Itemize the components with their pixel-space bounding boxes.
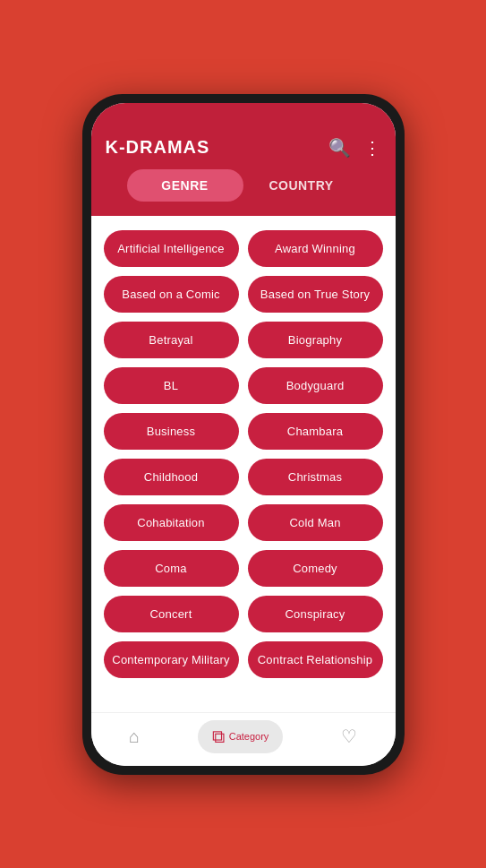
search-icon[interactable]: 🔍 (328, 137, 351, 159)
heart-icon: ♡ (341, 726, 357, 747)
genre-button[interactable]: Based on a Comic (104, 276, 239, 313)
tabs-container: GENRE COUNTRY (91, 169, 396, 216)
genre-button[interactable]: Bodyguard (248, 367, 383, 404)
genre-row: Contemporary MilitaryContract Relationsh… (104, 641, 383, 678)
genre-button[interactable]: Childhood (104, 459, 239, 495)
genre-row: CohabitationCold Man (104, 504, 383, 541)
genre-button[interactable]: Christmas (248, 459, 383, 495)
genre-row: BusinessChambara (104, 413, 383, 450)
genre-button[interactable]: BL (104, 367, 239, 404)
genre-button[interactable]: Biography (248, 322, 383, 358)
genre-row: Based on a ComicBased on True Story (104, 276, 383, 313)
genre-list: Artificial IntelligenceAward WinningBase… (91, 216, 396, 712)
tab-genre[interactable]: GENRE (127, 169, 243, 202)
nav-favorites[interactable]: ♡ (323, 720, 375, 752)
genre-button[interactable]: Cohabitation (104, 504, 239, 541)
genre-button[interactable]: Award Winning (248, 230, 383, 267)
genre-row: BLBodyguard (104, 367, 383, 404)
category-label: Category (229, 731, 269, 742)
status-bar (91, 103, 396, 128)
genre-button[interactable]: Coma (104, 550, 239, 587)
genre-button[interactable]: Comedy (248, 550, 383, 587)
more-options-icon[interactable]: ⋮ (363, 137, 381, 159)
nav-home[interactable]: ⌂ (111, 721, 158, 752)
genre-row: ConcertConspiracy (104, 596, 383, 632)
genre-button[interactable]: Business (104, 413, 239, 450)
home-icon: ⌂ (129, 726, 140, 747)
genre-row: Artificial IntelligenceAward Winning (104, 230, 383, 267)
genre-button[interactable]: Chambara (248, 413, 383, 450)
genre-row: BetrayalBiography (104, 322, 383, 358)
genre-button[interactable]: Based on True Story (248, 276, 383, 313)
genre-button[interactable]: Artificial Intelligence (104, 230, 239, 267)
genre-row: ComaComedy (104, 550, 383, 587)
genre-button[interactable]: Cold Man (248, 504, 383, 541)
app-header: K-DRAMAS 🔍 ⋮ (91, 128, 396, 169)
genre-button[interactable]: Contemporary Military (104, 641, 239, 678)
tab-country[interactable]: COUNTRY (243, 169, 360, 202)
phone-screen: K-DRAMAS 🔍 ⋮ GENRE COUNTRY Artificial In… (91, 103, 396, 766)
nav-category[interactable]: ⧉ Category (198, 720, 284, 753)
category-icon: ⧉ (212, 726, 225, 747)
genre-button[interactable]: Contract Relationship (248, 641, 383, 678)
app-title: K-DRAMAS (106, 137, 210, 158)
genre-button[interactable]: Betrayal (104, 322, 239, 358)
genre-row: ChildhoodChristmas (104, 459, 383, 495)
header-icons: 🔍 ⋮ (328, 137, 381, 159)
phone-frame: K-DRAMAS 🔍 ⋮ GENRE COUNTRY Artificial In… (82, 94, 405, 775)
genre-button[interactable]: Conspiracy (248, 596, 383, 632)
bottom-nav: ⌂ ⧉ Category ♡ (91, 712, 396, 766)
genre-button[interactable]: Concert (104, 596, 239, 632)
